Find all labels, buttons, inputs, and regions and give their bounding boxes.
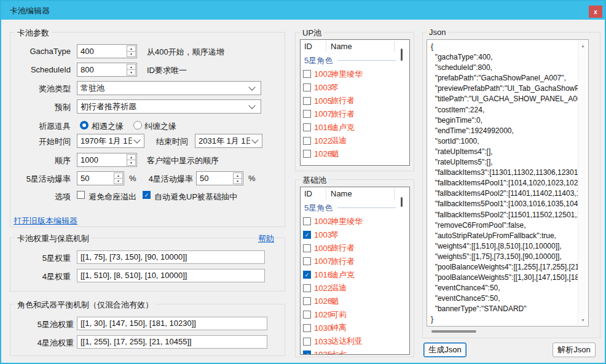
row-checkbox[interactable] bbox=[303, 244, 311, 252]
scrollbar-thumb[interactable] bbox=[401, 48, 403, 61]
spinner[interactable]: ▲▼ bbox=[114, 172, 123, 184]
json-horizontal-scrollbar-thumb[interactable] bbox=[431, 330, 476, 333]
item-name: 魈 bbox=[331, 149, 339, 160]
group-header-line bbox=[337, 60, 396, 61]
open-legacy-editor-link[interactable]: 打开旧版本编辑器 bbox=[14, 215, 77, 227]
scrollbar-thumb[interactable] bbox=[401, 197, 403, 207]
row-checkbox[interactable] bbox=[303, 284, 311, 292]
spin-up-icon[interactable]: ▲ bbox=[127, 64, 135, 70]
list-item[interactable]: 1030 钟离 bbox=[301, 322, 409, 335]
column-name[interactable]: Name bbox=[331, 189, 352, 198]
row-checkbox[interactable] bbox=[303, 150, 311, 158]
list-item[interactable]: 1026 魈 bbox=[301, 147, 409, 161]
list-item[interactable]: 1029 可莉 bbox=[301, 308, 409, 322]
help-link[interactable]: 帮助 bbox=[256, 233, 276, 244]
row-checkbox[interactable] bbox=[303, 338, 311, 346]
list-item[interactable]: 1026 魈 bbox=[301, 295, 409, 308]
rate4-input[interactable]: 50 ▲▼ bbox=[196, 171, 243, 185]
item-id: 1016 bbox=[314, 123, 331, 132]
column-id[interactable]: ID bbox=[304, 189, 312, 198]
json-text[interactable]: { "gachaType":400, "scheduleId":800, "pr… bbox=[428, 41, 578, 325]
row-checkbox[interactable] bbox=[303, 297, 311, 305]
pool-weights5-input[interactable]: [[1, 30], [147, 150], [181, 10230]] bbox=[77, 317, 267, 330]
list-header[interactable]: ID Name bbox=[301, 40, 409, 53]
gacha-type-input[interactable]: 400 ▲▼ bbox=[77, 44, 137, 58]
start-time-picker[interactable]: 1970年 1月 1日 bbox=[77, 134, 144, 148]
pool-type-select[interactable]: 常驻池 bbox=[77, 81, 261, 95]
spin-down-icon[interactable]: ▼ bbox=[127, 70, 135, 75]
list-item[interactable]: 1016 迪卢克 bbox=[301, 121, 409, 134]
spinner[interactable]: ▲▼ bbox=[233, 172, 242, 184]
row-checkbox[interactable] bbox=[303, 70, 311, 78]
item-name: 旅行者 bbox=[331, 256, 355, 267]
weights4-input[interactable]: [[1, 510], [8, 510], [10, 10000]] bbox=[77, 269, 265, 282]
titlebar[interactable]: 卡池编辑器 x bbox=[1, 1, 605, 20]
close-button[interactable]: x bbox=[589, 6, 602, 18]
list-item[interactable]: 1005 旅行者 bbox=[301, 94, 409, 107]
item-name: 旅行者 bbox=[331, 242, 355, 254]
row-checkbox[interactable] bbox=[303, 271, 311, 279]
spin-up-icon[interactable]: ▲ bbox=[127, 155, 135, 160]
list-item[interactable]: 1022 温迪 bbox=[301, 281, 409, 295]
item-name: 温迪 bbox=[331, 135, 347, 146]
list-item[interactable]: 1007 旅行者 bbox=[301, 107, 409, 121]
row-checkbox[interactable] bbox=[303, 324, 311, 332]
list-item[interactable]: 1007 旅行者 bbox=[301, 255, 409, 268]
avoid-constellation-overflow-label: 避免命座溢出 bbox=[89, 192, 136, 203]
row-checkbox[interactable] bbox=[303, 137, 311, 145]
sort-input[interactable]: 1000 ▲▼ bbox=[77, 153, 137, 167]
scroll-up-icon[interactable]: ▲ bbox=[578, 44, 588, 48]
column-name[interactable]: Name bbox=[331, 42, 352, 51]
spin-down-icon[interactable]: ▼ bbox=[114, 179, 122, 184]
json-textarea[interactable]: { "gachaType":400, "scheduleId":800, "pr… bbox=[427, 39, 589, 327]
spin-down-icon[interactable]: ▼ bbox=[127, 160, 135, 165]
spinner[interactable]: ▲▼ bbox=[127, 64, 136, 76]
list-item[interactable]: 1033 达达利亚 bbox=[301, 335, 409, 348]
weights5-input[interactable]: [[1, 75], [73, 150], [90, 10000]] bbox=[77, 250, 265, 264]
spinner[interactable]: ▲▼ bbox=[127, 45, 136, 57]
row-checkbox[interactable] bbox=[303, 110, 311, 118]
column-id[interactable]: ID bbox=[304, 42, 312, 51]
row-checkbox[interactable] bbox=[303, 123, 311, 131]
generate-json-button[interactable]: 生成Json bbox=[423, 343, 466, 357]
row-checkbox[interactable] bbox=[303, 83, 311, 91]
row-checkbox[interactable] bbox=[303, 231, 311, 239]
row-checkbox[interactable] bbox=[303, 97, 311, 105]
spinner[interactable]: ▲▼ bbox=[127, 154, 136, 166]
row-checkbox[interactable] bbox=[303, 350, 311, 355]
list-item[interactable]: 1016 迪卢克 bbox=[301, 268, 409, 282]
json-vertical-scrollbar[interactable]: ▲ ▼ bbox=[578, 41, 588, 325]
list-item[interactable]: 1005 旅行者 bbox=[301, 241, 409, 255]
row-checkbox[interactable] bbox=[303, 257, 311, 265]
pool-weights4-input[interactable]: [[1, 255], [17, 255], [21, 10455]] bbox=[77, 335, 267, 349]
spin-up-icon[interactable]: ▲ bbox=[114, 173, 122, 179]
gacha-type-label: GachaType bbox=[7, 47, 71, 56]
preset-select[interactable]: 初行者推荐祈愿 bbox=[77, 99, 261, 114]
base-pool-listview[interactable]: ID Name 5星角色 1002 神里绫华 1003 琴 bbox=[300, 187, 410, 355]
avoid-constellation-overflow-checkbox[interactable] bbox=[77, 191, 85, 199]
schedule-id-input[interactable]: 800 ▲▼ bbox=[77, 63, 137, 77]
parse-json-button[interactable]: 解析Json bbox=[553, 343, 596, 357]
auto-avoid-up-checkbox[interactable] bbox=[143, 191, 151, 199]
row-checkbox[interactable] bbox=[303, 311, 311, 319]
radio-acquaint-fate[interactable] bbox=[80, 121, 89, 130]
end-time-picker[interactable]: 2031年 1月 1日 bbox=[195, 134, 262, 148]
spin-up-icon[interactable]: ▲ bbox=[127, 46, 135, 52]
row-checkbox[interactable] bbox=[303, 217, 311, 225]
radio-intertwined-fate[interactable] bbox=[133, 121, 142, 130]
spin-down-icon[interactable]: ▼ bbox=[127, 52, 135, 56]
list-item[interactable]: 1003 琴 bbox=[301, 81, 409, 95]
scroll-down-icon[interactable]: ▼ bbox=[578, 318, 588, 322]
list-header[interactable]: ID Name bbox=[301, 187, 409, 201]
list-item[interactable]: 1002 神里绫华 bbox=[301, 215, 409, 228]
spin-down-icon[interactable]: ▼ bbox=[234, 179, 242, 184]
list-item[interactable]: 1022 温迪 bbox=[301, 134, 409, 147]
list-item[interactable]: 1035 七七 bbox=[301, 348, 409, 355]
up-pool-listview[interactable]: ID Name 5星角色 1002 神里绫华 1003 琴 bbox=[300, 39, 410, 166]
spin-up-icon[interactable]: ▲ bbox=[234, 173, 242, 179]
pool-params-group-title: 卡池参数 bbox=[15, 28, 52, 39]
list-item[interactable]: 1003 琴 bbox=[301, 228, 409, 242]
list-item[interactable]: 1002 神里绫华 bbox=[301, 68, 409, 81]
rate5-input[interactable]: 50 ▲▼ bbox=[77, 171, 124, 185]
end-time-label: 结束时间 bbox=[156, 136, 188, 147]
